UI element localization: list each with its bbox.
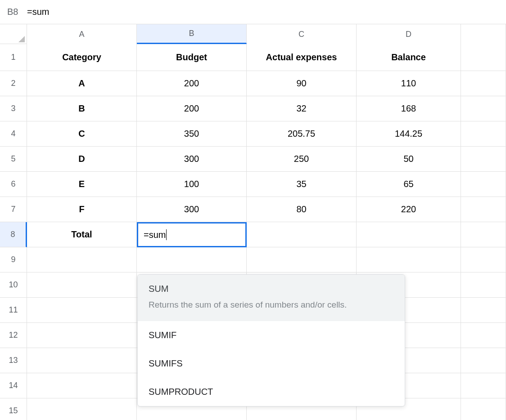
- table-row: 6 E 100 35 65: [0, 172, 506, 197]
- cell-b1[interactable]: Budget: [137, 44, 247, 71]
- row-header-5[interactable]: 5: [0, 147, 27, 172]
- table-row: 7 F 300 80 220: [0, 197, 506, 222]
- column-header-d[interactable]: D: [357, 24, 461, 44]
- row-header-8[interactable]: 8: [0, 222, 27, 247]
- cell-a12[interactable]: [27, 323, 137, 348]
- autocomplete-item-sumproduct[interactable]: SUMPRODUCT: [138, 378, 405, 406]
- cell-b8-editing[interactable]: =sum: [137, 222, 247, 247]
- cell-e14[interactable]: [461, 373, 506, 398]
- cell-b9[interactable]: [137, 247, 247, 273]
- cell-a13[interactable]: [27, 348, 137, 373]
- table-row: 3 B 200 32 168: [0, 96, 506, 121]
- row-header-15[interactable]: 15: [0, 398, 27, 420]
- row-header-4[interactable]: 4: [0, 121, 27, 147]
- cell-b5[interactable]: 300: [137, 147, 247, 172]
- cell-b3[interactable]: 200: [137, 96, 247, 121]
- cell-b6[interactable]: 100: [137, 172, 247, 197]
- row-header-2[interactable]: 2: [0, 71, 27, 96]
- column-header-c[interactable]: C: [247, 24, 357, 44]
- cell-e11[interactable]: [461, 298, 506, 323]
- row-header-6[interactable]: 6: [0, 172, 27, 197]
- cell-edit-text: =sum: [144, 230, 166, 240]
- cell-c2[interactable]: 90: [247, 71, 357, 96]
- cell-c7[interactable]: 80: [247, 197, 357, 222]
- name-box[interactable]: B8: [4, 7, 23, 17]
- cell-c8[interactable]: [247, 222, 357, 247]
- cell-e15[interactable]: [461, 398, 506, 420]
- cell-d9[interactable]: [357, 247, 461, 273]
- cell-e8[interactable]: [461, 222, 506, 247]
- cell-a14[interactable]: [27, 373, 137, 398]
- cell-c3[interactable]: 32: [247, 96, 357, 121]
- cell-d2[interactable]: 110: [357, 71, 461, 96]
- column-header-b[interactable]: B: [137, 24, 247, 44]
- cell-d5[interactable]: 50: [357, 147, 461, 172]
- row-header-7[interactable]: 7: [0, 197, 27, 222]
- column-header-e[interactable]: [461, 24, 506, 44]
- cell-e3[interactable]: [461, 96, 506, 121]
- cell-e12[interactable]: [461, 323, 506, 348]
- cell-a3[interactable]: B: [27, 96, 137, 121]
- cell-a1[interactable]: Category: [27, 44, 137, 71]
- autocomplete-item-title: SUM: [149, 284, 394, 294]
- autocomplete-item-sum[interactable]: SUM Returns the sum of a series of numbe…: [138, 275, 405, 321]
- cell-d3[interactable]: 168: [357, 96, 461, 121]
- table-row: 1 Category Budget Actual expenses Balanc…: [0, 44, 506, 71]
- row-header-1[interactable]: 1: [0, 44, 27, 71]
- table-row: 5 D 300 250 50: [0, 147, 506, 172]
- text-cursor-icon: [166, 229, 167, 240]
- row-header-10[interactable]: 10: [0, 273, 27, 298]
- cell-b2[interactable]: 200: [137, 71, 247, 96]
- cell-e6[interactable]: [461, 172, 506, 197]
- cell-a11[interactable]: [27, 298, 137, 323]
- autocomplete-item-description: Returns the sum of a series of numbers a…: [149, 299, 394, 311]
- cell-d1[interactable]: Balance: [357, 44, 461, 71]
- cell-a4[interactable]: C: [27, 121, 137, 147]
- row-header-12[interactable]: 12: [0, 323, 27, 348]
- autocomplete-item-sumif[interactable]: SUMIF: [138, 321, 405, 349]
- cell-a7[interactable]: F: [27, 197, 137, 222]
- row-header-13[interactable]: 13: [0, 348, 27, 373]
- cell-d6[interactable]: 65: [357, 172, 461, 197]
- row-header-3[interactable]: 3: [0, 96, 27, 121]
- cell-b4[interactable]: 350: [137, 121, 247, 147]
- formula-autocomplete-dropdown: SUM Returns the sum of a series of numbe…: [137, 274, 405, 407]
- cell-e13[interactable]: [461, 348, 506, 373]
- table-row: 2 A 200 90 110: [0, 71, 506, 96]
- cell-a9[interactable]: [27, 247, 137, 273]
- cell-d8[interactable]: [357, 222, 461, 247]
- cell-c1[interactable]: Actual expenses: [247, 44, 357, 71]
- column-header-row: A B C D: [0, 24, 506, 44]
- autocomplete-item-sumifs[interactable]: SUMIFS: [138, 349, 405, 378]
- cell-c9[interactable]: [247, 247, 357, 273]
- cell-a8[interactable]: Total: [27, 222, 137, 247]
- cell-d4[interactable]: 144.25: [357, 121, 461, 147]
- cell-e2[interactable]: [461, 71, 506, 96]
- cell-c6[interactable]: 35: [247, 172, 357, 197]
- cell-e10[interactable]: [461, 273, 506, 298]
- column-header-a[interactable]: A: [27, 24, 137, 44]
- row-header-11[interactable]: 11: [0, 298, 27, 323]
- formula-bar: B8 =sum: [0, 0, 506, 24]
- cell-a6[interactable]: E: [27, 172, 137, 197]
- row-header-14[interactable]: 14: [0, 373, 27, 398]
- cell-a5[interactable]: D: [27, 147, 137, 172]
- row-header-9[interactable]: 9: [0, 247, 27, 273]
- cell-a2[interactable]: A: [27, 71, 137, 96]
- cell-d7[interactable]: 220: [357, 197, 461, 222]
- select-all-corner[interactable]: [0, 24, 27, 44]
- formula-input[interactable]: =sum: [23, 7, 502, 17]
- cell-e5[interactable]: [461, 147, 506, 172]
- cell-b7[interactable]: 300: [137, 197, 247, 222]
- select-all-triangle-icon: [18, 36, 25, 42]
- table-row: 9: [0, 247, 506, 273]
- cell-c5[interactable]: 250: [247, 147, 357, 172]
- cell-e1[interactable]: [461, 44, 506, 71]
- cell-e7[interactable]: [461, 197, 506, 222]
- cell-a15[interactable]: [27, 398, 137, 420]
- cell-e4[interactable]: [461, 121, 506, 147]
- table-row: 8 Total =sum: [0, 222, 506, 247]
- cell-e9[interactable]: [461, 247, 506, 273]
- cell-c4[interactable]: 205.75: [247, 121, 357, 147]
- cell-a10[interactable]: [27, 273, 137, 298]
